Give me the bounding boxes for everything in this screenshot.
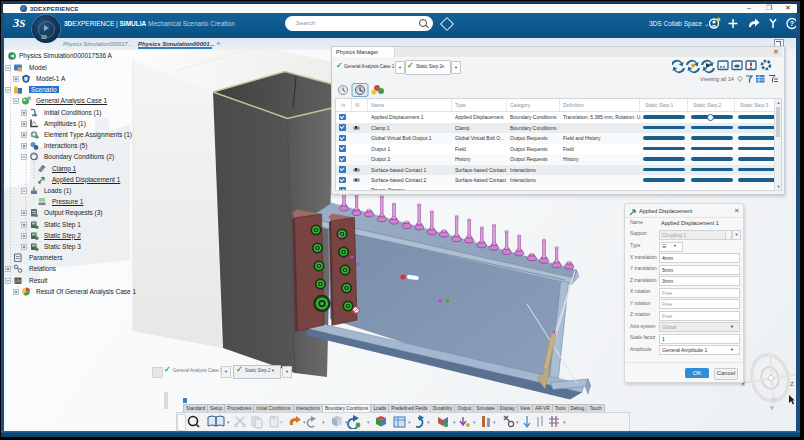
svg-text:▾: ▾ xyxy=(427,419,430,425)
svg-text:▾: ▾ xyxy=(367,419,370,425)
svg-text:▾: ▾ xyxy=(453,419,456,425)
svg-text:Y: Y xyxy=(770,405,774,411)
svg-text:▾: ▾ xyxy=(563,419,566,425)
svg-text:▾: ▾ xyxy=(322,419,325,425)
svg-text:▾: ▾ xyxy=(227,419,230,425)
svg-text:▾: ▾ xyxy=(303,419,306,425)
svg-text:▾: ▾ xyxy=(280,419,283,425)
svg-text:▾: ▾ xyxy=(473,419,476,425)
svg-text:?: ? xyxy=(790,20,794,27)
svg-text:▾: ▾ xyxy=(516,419,519,425)
svg-text:▾: ▾ xyxy=(408,419,411,425)
svg-text:Viewing all 14: Viewing all 14 xyxy=(700,76,734,82)
svg-text:Z: Z xyxy=(790,381,794,387)
svg-text:▾: ▾ xyxy=(493,419,496,425)
